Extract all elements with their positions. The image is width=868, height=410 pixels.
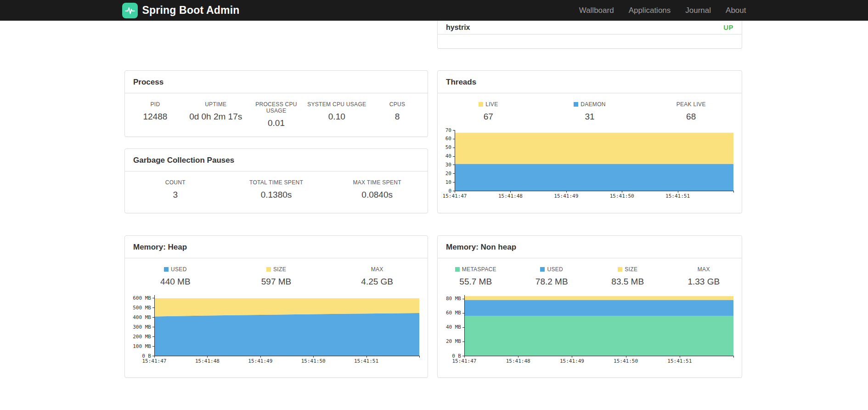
svg-text:15:41:47: 15:41:47	[452, 358, 477, 364]
nav-item-wallboard[interactable]: Wallboard	[579, 6, 614, 15]
process-stats: PID 12488 UPTIME 0d 0h 2m 17s PROCESS CP…	[125, 101, 428, 128]
svg-text:15:41:47: 15:41:47	[142, 358, 167, 364]
svg-text:60: 60	[445, 136, 451, 142]
svg-text:15:41:47: 15:41:47	[443, 193, 467, 199]
spring-boot-admin-logo-icon	[122, 3, 138, 18]
stat-process-cpu-usage: PROCESS CPU USAGE 0.01	[246, 101, 307, 128]
svg-text:15:41:48: 15:41:48	[498, 193, 523, 199]
process-panel: Process PID 12488 UPTIME 0d 0h 2m 17s PR…	[124, 70, 428, 137]
navbar-inner: Spring Boot Admin Wallboard Applications…	[118, 0, 750, 21]
stat-threads-live: LIVE 67	[438, 101, 539, 122]
svg-text:500 MB: 500 MB	[133, 305, 151, 311]
heap-panel-title: Memory: Heap	[125, 236, 428, 258]
svg-text:15:41:50: 15:41:50	[614, 358, 638, 364]
heap-chart: 0 B100 MB200 MB300 MB400 MB500 MB600 MB1…	[130, 292, 423, 365]
svg-text:15:41:48: 15:41:48	[195, 358, 220, 364]
stat-cpus: CPUS 8	[367, 101, 428, 128]
threads-panel: Threads LIVE 67 DAEMON 31 PEAK LIVE 68	[437, 70, 742, 213]
svg-text:15:41:51: 15:41:51	[667, 358, 692, 364]
nonheap-panel-title: Memory: Non heap	[438, 236, 742, 258]
stat-uptime: UPTIME 0d 0h 2m 17s	[186, 101, 246, 128]
svg-text:15:41:49: 15:41:49	[554, 193, 578, 199]
stat-heap-size: SIZE 597 MB	[226, 266, 327, 287]
nav-item-applications[interactable]: Applications	[629, 6, 671, 15]
brand-title: Spring Boot Admin	[142, 4, 240, 17]
stat-heap-used: USED 440 MB	[125, 266, 226, 287]
svg-text:15:41:51: 15:41:51	[665, 193, 690, 199]
svg-text:15:41:49: 15:41:49	[560, 358, 584, 364]
right-column: hystrix UP Threads LIVE 67 DAEMON 31	[437, 21, 742, 378]
svg-text:100 MB: 100 MB	[133, 343, 151, 349]
svg-text:200 MB: 200 MB	[133, 334, 151, 340]
svg-text:10: 10	[445, 179, 451, 185]
svg-text:60 MB: 60 MB	[446, 310, 461, 316]
svg-text:40: 40	[445, 153, 451, 159]
application-row[interactable]: hystrix UP	[438, 21, 742, 34]
svg-text:15:41:50: 15:41:50	[610, 193, 634, 199]
gc-panel-title: Garbage Collection Pauses	[125, 149, 428, 171]
heap-used-legend-swatch	[164, 267, 169, 272]
live-legend-swatch	[479, 102, 483, 107]
memory-nonheap-panel: Memory: Non heap METASPACE 55.7 MB USED …	[437, 235, 742, 378]
svg-text:300 MB: 300 MB	[133, 324, 151, 330]
svg-text:400 MB: 400 MB	[133, 314, 151, 320]
daemon-legend-swatch	[574, 102, 578, 107]
svg-text:40 MB: 40 MB	[446, 324, 461, 330]
svg-text:80 MB: 80 MB	[446, 296, 461, 302]
nonheap-used-legend-swatch	[540, 267, 545, 272]
stat-gc-max-time: MAX TIME SPENT 0.0840s	[327, 179, 428, 200]
svg-text:50: 50	[445, 144, 451, 150]
nonheap-size-legend-swatch	[618, 267, 622, 272]
application-name: hystrix	[446, 23, 470, 32]
navbar: Spring Boot Admin Wallboard Applications…	[0, 0, 868, 21]
svg-text:15:41:48: 15:41:48	[506, 358, 530, 364]
garbage-collection-panel: Garbage Collection Pauses COUNT 3 TOTAL …	[124, 148, 428, 213]
heap-size-legend-swatch	[266, 267, 271, 272]
stat-gc-total-time: TOTAL TIME SPENT 0.1380s	[226, 179, 327, 200]
svg-text:70: 70	[445, 127, 451, 133]
memory-heap-panel: Memory: Heap USED 440 MB SIZE 597 MB MAX	[124, 235, 428, 378]
stat-nonheap-used: USED 78.2 MB	[514, 266, 590, 287]
process-panel-title: Process	[125, 71, 428, 93]
gc-stats: COUNT 3 TOTAL TIME SPENT 0.1380s MAX TIM…	[125, 179, 428, 200]
nonheap-chart: 0 B20 MB40 MB60 MB80 MB15:41:4715:41:481…	[443, 292, 737, 365]
stat-nonheap-max: MAX 1.33 GB	[666, 266, 742, 287]
stat-system-cpu-usage: SYSTEM CPU USAGE 0.10	[306, 101, 367, 128]
stat-heap-max: MAX 4.25 GB	[327, 266, 428, 287]
threads-panel-title: Threads	[438, 71, 742, 93]
threads-stats: LIVE 67 DAEMON 31 PEAK LIVE 68	[438, 101, 742, 122]
metaspace-legend-swatch	[455, 267, 460, 272]
svg-text:15:41:49: 15:41:49	[248, 358, 272, 364]
left-column: Process PID 12488 UPTIME 0d 0h 2m 17s PR…	[124, 21, 428, 378]
nonheap-stats: METASPACE 55.7 MB USED 78.2 MB SIZE 83.5…	[438, 266, 742, 287]
brand-link[interactable]: Spring Boot Admin	[122, 3, 240, 18]
stat-nonheap-size: SIZE 83.5 MB	[590, 266, 666, 287]
svg-text:15:41:51: 15:41:51	[354, 358, 378, 364]
heap-stats: USED 440 MB SIZE 597 MB MAX 4.25 GB	[125, 266, 428, 287]
stat-threads-peak-live: PEAK LIVE 68	[640, 101, 742, 122]
threads-chart: 01020304050607015:41:4715:41:4815:41:491…	[443, 127, 737, 200]
main-content: Process PID 12488 UPTIME 0d 0h 2m 17s PR…	[0, 21, 868, 410]
stat-pid: PID 12488	[125, 101, 186, 128]
svg-text:30: 30	[445, 162, 451, 168]
stat-nonheap-metaspace: METASPACE 55.7 MB	[438, 266, 514, 287]
svg-text:15:41:50: 15:41:50	[301, 358, 326, 364]
stat-gc-count: COUNT 3	[125, 179, 226, 200]
application-status-panel: hystrix UP	[437, 21, 742, 49]
status-badge: UP	[723, 23, 733, 31]
svg-text:20: 20	[445, 171, 451, 177]
nav-item-about[interactable]: About	[726, 6, 746, 15]
svg-text:20 MB: 20 MB	[446, 338, 461, 344]
stat-threads-daemon: DAEMON 31	[539, 101, 641, 122]
nav-links: Wallboard Applications Journal About	[579, 6, 746, 15]
svg-text:600 MB: 600 MB	[133, 295, 151, 301]
nav-item-journal[interactable]: Journal	[685, 6, 711, 15]
